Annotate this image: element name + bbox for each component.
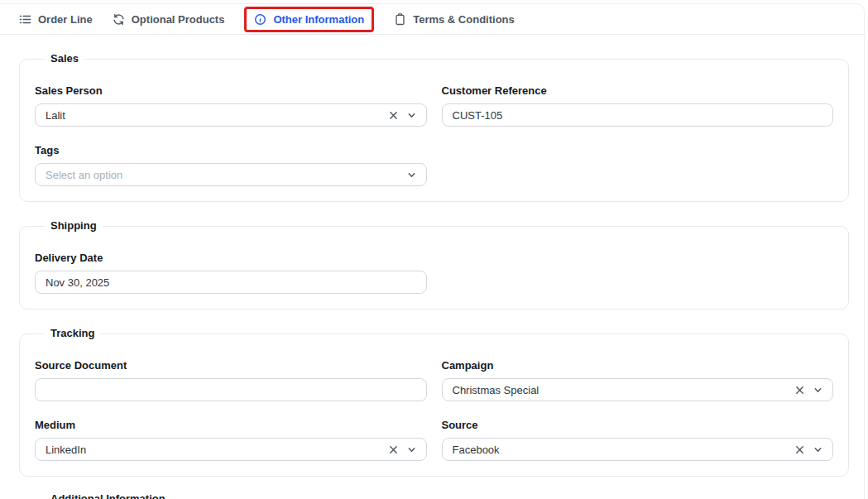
clear-icon[interactable] [795,386,804,395]
clipboard-icon [394,13,406,26]
customer-reference-input[interactable] [442,103,834,127]
tags-placeholder: Select an option [46,169,122,181]
medium-value: LinkedIn [46,444,86,456]
campaign-label: Campaign [442,359,834,372]
chevron-down-icon[interactable] [407,170,416,180]
campaign-value: Christmas Special [453,384,540,396]
delivery-date-label: Delivery Date [35,252,427,264]
chevron-down-icon[interactable] [813,445,822,454]
delivery-date-input[interactable] [35,271,427,294]
form-card: Order Line Optional Products Other Infor… [0,3,865,499]
section-title-additional-information: Additional Information [45,492,171,499]
source-label: Source [442,419,834,431]
source-document-input[interactable] [35,378,427,401]
tab-label: Order Line [38,13,93,26]
sales-person-select[interactable]: Lalit [35,103,427,127]
notebook-tab-bar: Order Line Optional Products Other Infor… [0,4,864,35]
tab-label: Other Information [273,13,364,26]
source-value: Facebook [453,444,500,456]
sales-person-value: Lalit [46,109,65,122]
source-document-label: Source Document [35,359,427,372]
medium-select[interactable]: LinkedIn [35,438,427,461]
section-shipping: Shipping Delivery Date [19,219,849,309]
section-title-shipping: Shipping [45,219,103,233]
clear-icon[interactable] [389,445,398,454]
clear-icon[interactable] [389,111,398,120]
tab-label: Optional Products [132,13,225,26]
sync-icon [113,13,125,26]
section-sales: Sales Sales Person Lalit Customer Refere… [19,52,849,202]
chevron-down-icon[interactable] [407,111,416,120]
section-additional-information: Additional Information [19,492,849,499]
source-select[interactable]: Facebook [442,438,834,461]
clear-icon[interactable] [795,445,804,454]
info-icon [254,13,266,26]
chevron-down-icon[interactable] [813,386,822,395]
annotation-highlight-box: Other Information [244,7,374,32]
tab-optional-products[interactable]: Optional Products [113,13,225,26]
tab-terms-conditions[interactable]: Terms & Conditions [394,13,515,26]
tab-label: Terms & Conditions [413,13,515,26]
section-title-sales: Sales [45,52,84,65]
tab-other-information[interactable]: Other Information [254,13,364,26]
medium-label: Medium [35,419,427,431]
campaign-select[interactable]: Christmas Special [442,378,834,401]
list-icon [19,13,31,26]
chevron-down-icon[interactable] [407,445,416,454]
tab-order-line[interactable]: Order Line [19,13,93,26]
section-tracking: Tracking Source Document Campaign Christ… [19,327,849,477]
customer-reference-label: Customer Reference [442,84,834,97]
sales-person-label: Sales Person [35,84,427,97]
tags-select[interactable]: Select an option [35,163,427,186]
tags-label: Tags [35,144,427,156]
section-title-tracking: Tracking [45,327,100,340]
